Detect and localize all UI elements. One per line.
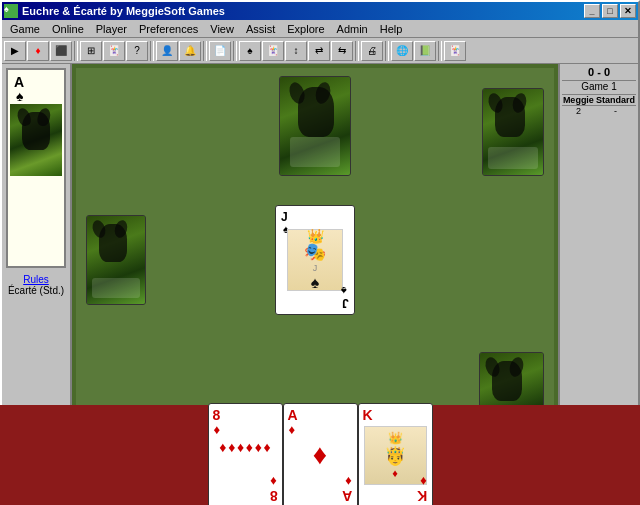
toolbar-btn-12[interactable]: ↕ — [285, 41, 307, 61]
score-header: 0 - 0 — [562, 66, 636, 81]
sidebar-labels: Rules Écarté (Std.) — [8, 274, 64, 296]
toolbar-btn-15[interactable]: 🖨 — [361, 41, 383, 61]
score-row1-c2: - — [595, 106, 636, 117]
jack-rank-bot: J — [342, 296, 349, 310]
window-frame: ♠ Euchre & Écarté by MeggieSoft Games _ … — [0, 0, 640, 505]
menu-online[interactable]: Online — [46, 22, 90, 36]
score-panel: 0 - 0 Game 1 Meggie Standard 2 - 0 — [558, 64, 638, 456]
left-card — [86, 215, 146, 305]
right-top-card — [482, 88, 544, 176]
menu-bar: Game Online Player Preferences View Assi… — [2, 20, 638, 38]
score-table: Meggie Standard 2 - — [562, 95, 636, 116]
app-icon: ♠ — [4, 4, 18, 18]
toolbar-btn-5[interactable]: 🃏 — [103, 41, 125, 61]
card-8d-suit-bot: ♦ — [270, 474, 277, 489]
card-8d-suit-top: ♦ — [214, 422, 221, 437]
toolbar: ▶ ♦ ⬛ ⊞ 🃏 ? 👤 🔔 📄 ♠ 🃏 ↕ ⇄ ⇆ 🖨 🌐 📗 🃏 — [2, 38, 638, 64]
toolbar-btn-9[interactable]: 📄 — [209, 41, 231, 61]
center-card-jack-spades[interactable]: J ♠ 👑 🎭 J ♠ — [275, 205, 355, 315]
close-button[interactable]: ✕ — [620, 4, 636, 18]
jack-card-inner: J ♠ 👑 🎭 J ♠ — [279, 209, 351, 311]
king-face-art: 👑 🤴 ♦ — [364, 426, 427, 485]
card-ad-suit-top: ♦ — [289, 422, 296, 437]
toolbar-sep-2 — [150, 41, 154, 61]
score-col-meggie: Meggie — [562, 95, 595, 106]
rules-link[interactable]: Rules — [8, 274, 64, 285]
score-game-label: Game 1 — [562, 81, 636, 95]
window-title: Euchre & Écarté by MeggieSoft Games — [22, 5, 225, 17]
left-sidebar: A ♠ Rules Écarté (Std.) — [2, 64, 72, 456]
toolbar-btn-17[interactable]: 📗 — [414, 41, 436, 61]
toolbar-btn-6[interactable]: ? — [126, 41, 148, 61]
card-kd-suit-bot: ♦ — [420, 474, 427, 489]
toolbar-sep-7 — [438, 41, 442, 61]
game-area: A ♠ Rules Écarté (Std.) — [2, 64, 638, 456]
player-hand: 8 ♦ ♦ ♦ ♦ ♦ ♦ ♦ 8 ♦ A ♦ ♦ A ♦ K ♦ — [0, 405, 640, 505]
toolbar-btn-16[interactable]: 🌐 — [391, 41, 413, 61]
jack-rank-top: J — [281, 210, 288, 224]
minimize-button[interactable]: _ — [584, 4, 600, 18]
menu-view[interactable]: View — [204, 22, 240, 36]
toolbar-sep-6 — [385, 41, 389, 61]
score-row1-c1: 2 — [562, 106, 595, 117]
jack-face-art: 👑 🎭 J ♠ — [287, 229, 343, 291]
menu-assist[interactable]: Assist — [240, 22, 281, 36]
toolbar-btn-1[interactable]: ▶ — [4, 41, 26, 61]
title-bar: ♠ Euchre & Écarté by MeggieSoft Games _ … — [2, 2, 638, 20]
toolbar-sep-4 — [233, 41, 237, 61]
menu-player[interactable]: Player — [90, 22, 133, 36]
card-kd-rank-top: K — [363, 407, 373, 423]
toolbar-sep-3 — [203, 41, 207, 61]
toolbar-btn-13[interactable]: ⇄ — [308, 41, 330, 61]
toolbar-btn-18[interactable]: 🃏 — [444, 41, 466, 61]
toolbar-btn-8[interactable]: 🔔 — [179, 41, 201, 61]
menu-explore[interactable]: Explore — [281, 22, 330, 36]
table-felt: J ♠ 👑 🎭 J ♠ — [72, 64, 558, 456]
title-bar-buttons: _ □ ✕ — [584, 4, 636, 18]
score-col-standard: Standard — [595, 95, 636, 106]
card-ad-rank-top: A — [288, 407, 298, 423]
toolbar-btn-4[interactable]: ⊞ — [80, 41, 102, 61]
menu-game[interactable]: Game — [4, 22, 46, 36]
jack-suit-bot: ♠ — [341, 285, 347, 297]
ace-suit: ♠ — [16, 88, 23, 104]
card-8d-pips: ♦ ♦ ♦ ♦ ♦ ♦ — [219, 439, 272, 455]
game-type-label: Écarté (Std.) — [8, 285, 64, 296]
toolbar-btn-14[interactable]: ⇆ — [331, 41, 353, 61]
opponent-top-card — [279, 76, 351, 176]
menu-preferences[interactable]: Preferences — [133, 22, 204, 36]
card-8d-rank-bot: 8 — [270, 488, 278, 504]
hand-card-king-diamonds[interactable]: K ♦ 👑 🤴 ♦ K ♦ — [358, 403, 433, 506]
toolbar-sep-1 — [74, 41, 78, 61]
hand-card-8-diamonds[interactable]: 8 ♦ ♦ ♦ ♦ ♦ ♦ ♦ 8 ♦ — [208, 403, 283, 506]
toolbar-btn-3[interactable]: ⬛ — [50, 41, 72, 61]
toolbar-btn-11[interactable]: 🃏 — [262, 41, 284, 61]
player-dog-photo — [10, 104, 62, 176]
menu-admin[interactable]: Admin — [331, 22, 374, 36]
player-card-area: A ♠ — [6, 68, 66, 268]
card-8d-rank-top: 8 — [213, 407, 221, 423]
menu-help[interactable]: Help — [374, 22, 409, 36]
toolbar-btn-2[interactable]: ♦ — [27, 41, 49, 61]
toolbar-btn-10[interactable]: ♠ — [239, 41, 261, 61]
card-ad-center-pip: ♦ — [313, 439, 327, 471]
card-kd-rank-bot: K — [417, 488, 427, 504]
toolbar-sep-5 — [355, 41, 359, 61]
hand-card-ace-diamonds[interactable]: A ♦ ♦ A ♦ — [283, 403, 358, 506]
card-ad-suit-bot: ♦ — [345, 474, 352, 489]
title-bar-left: ♠ Euchre & Écarté by MeggieSoft Games — [4, 4, 225, 18]
toolbar-btn-7[interactable]: 👤 — [156, 41, 178, 61]
card-ad-rank-bot: A — [342, 488, 352, 504]
maximize-button[interactable]: □ — [602, 4, 618, 18]
